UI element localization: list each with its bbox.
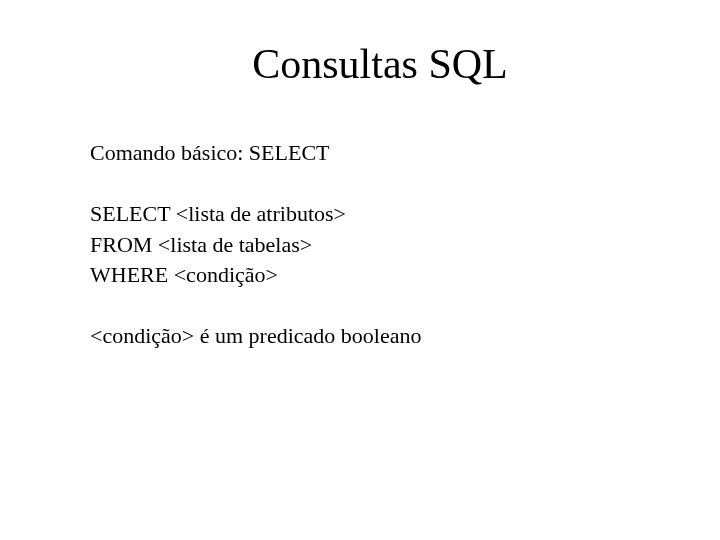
note-text: <condição> é um predicado booleano <box>90 321 630 352</box>
syntax-section: SELECT <lista de atributos> FROM <lista … <box>90 199 630 291</box>
where-line: WHERE <condição> <box>90 260 630 291</box>
note-section: <condição> é um predicado booleano <box>90 321 630 352</box>
slide-content: Comando básico: SELECT SELECT <lista de … <box>90 138 630 352</box>
from-line: FROM <lista de tabelas> <box>90 230 630 261</box>
select-line: SELECT <lista de atributos> <box>90 199 630 230</box>
slide-title: Consultas SQL <box>130 40 630 88</box>
intro-section: Comando básico: SELECT <box>90 138 630 169</box>
intro-text: Comando básico: SELECT <box>90 138 630 169</box>
